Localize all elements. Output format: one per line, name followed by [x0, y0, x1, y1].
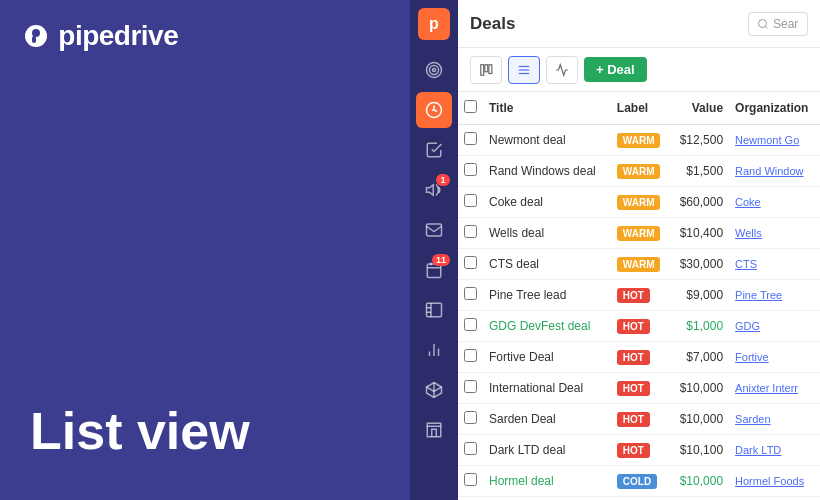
deal-label-cell: HOT: [611, 280, 670, 311]
deal-title-cell: Rand Windows deal: [483, 156, 611, 187]
deal-value-cell: $30,000: [670, 249, 729, 280]
deal-label-badge: WARM: [617, 164, 661, 179]
main-content: Deals Sear + Deal: [458, 0, 820, 500]
row-checkbox-cell: [458, 435, 483, 466]
deal-title-link[interactable]: Rand Windows deal: [489, 164, 596, 178]
deal-title-cell: Dark LTD deal: [483, 435, 611, 466]
deal-label-cell: WARM: [611, 156, 670, 187]
deal-org-link[interactable]: CTS: [735, 258, 757, 270]
deal-title-link[interactable]: CTS deal: [489, 257, 539, 271]
deal-org-link[interactable]: Anixter Interr: [735, 382, 798, 394]
deal-value-cell: $1,000: [670, 311, 729, 342]
table-row: Dark LTD deal HOT $10,100 Dark LTD: [458, 435, 820, 466]
sidebar-item-target[interactable]: [416, 52, 452, 88]
sidebar-item-todo[interactable]: [416, 132, 452, 168]
row-checkbox-cell: [458, 342, 483, 373]
sidebar-item-email[interactable]: [416, 212, 452, 248]
deal-value-cell: $10,400: [670, 218, 729, 249]
sidebar-item-deals[interactable]: [416, 92, 452, 128]
deal-title-link[interactable]: International Deal: [489, 381, 583, 395]
add-deal-button[interactable]: + Deal: [584, 57, 647, 82]
svg-point-19: [759, 19, 767, 27]
svg-point-5: [433, 69, 436, 72]
deal-label-cell: HOT: [611, 404, 670, 435]
row-checkbox[interactable]: [464, 256, 477, 269]
deal-label-cell: WARM: [611, 187, 670, 218]
deal-org-cell: CTS: [729, 249, 820, 280]
deal-title-link[interactable]: Hormel deal: [489, 474, 554, 488]
deal-value-cell: $60,000: [670, 187, 729, 218]
deal-org-link[interactable]: Pine Tree: [735, 289, 782, 301]
sidebar-logo[interactable]: p: [418, 8, 450, 40]
forecast-view-btn[interactable]: [546, 56, 578, 84]
deal-org-link[interactable]: Fortive: [735, 351, 769, 363]
row-checkbox[interactable]: [464, 318, 477, 331]
row-checkbox-cell: [458, 156, 483, 187]
deal-title-link[interactable]: Dark LTD deal: [489, 443, 565, 457]
deal-org-link[interactable]: Rand Window: [735, 165, 803, 177]
deal-label-cell: HOT: [611, 373, 670, 404]
row-checkbox-cell: [458, 311, 483, 342]
deal-label-cell: WARM: [611, 125, 670, 156]
row-checkbox[interactable]: [464, 287, 477, 300]
deal-org-link[interactable]: Coke: [735, 196, 761, 208]
header-org-col[interactable]: Organization: [729, 92, 820, 125]
deal-title-link[interactable]: Coke deal: [489, 195, 543, 209]
deal-org-cell: Coke: [729, 187, 820, 218]
row-checkbox[interactable]: [464, 163, 477, 176]
row-checkbox[interactable]: [464, 349, 477, 362]
sidebar-item-calendar[interactable]: 11: [416, 252, 452, 288]
sidebar-item-box[interactable]: [416, 372, 452, 408]
deal-title-link[interactable]: GDG DevFest deal: [489, 319, 590, 333]
page-title: Deals: [470, 14, 740, 34]
header-title-col[interactable]: Title: [483, 92, 611, 125]
select-all-checkbox[interactable]: [464, 100, 477, 113]
search-box[interactable]: Sear: [748, 12, 808, 36]
deal-org-link[interactable]: GDG: [735, 320, 760, 332]
row-checkbox-cell: [458, 466, 483, 497]
deal-value-cell: $10,000: [670, 404, 729, 435]
sidebar-item-megaphone[interactable]: 1: [416, 172, 452, 208]
deal-label-badge: WARM: [617, 257, 661, 272]
deal-org-cell: Fortive: [729, 342, 820, 373]
deal-value-cell: $10,000: [670, 466, 729, 497]
deal-title-link[interactable]: Sarden Deal: [489, 412, 556, 426]
deal-value-cell: $10,000: [670, 373, 729, 404]
deal-label-badge: HOT: [617, 288, 650, 303]
deal-title-link[interactable]: Fortive Deal: [489, 350, 554, 364]
row-checkbox[interactable]: [464, 442, 477, 455]
row-checkbox[interactable]: [464, 132, 477, 145]
list-view-btn[interactable]: [508, 56, 540, 84]
deal-label-badge: HOT: [617, 443, 650, 458]
table-header-row: Title Label Value Organization: [458, 92, 820, 125]
header-value-col[interactable]: Value: [670, 92, 729, 125]
deal-org-link[interactable]: Dark LTD: [735, 444, 781, 456]
row-checkbox[interactable]: [464, 473, 477, 486]
deal-org-link[interactable]: Sarden: [735, 413, 770, 425]
deal-value-cell: $7,000: [670, 342, 729, 373]
deal-org-link[interactable]: Wells: [735, 227, 762, 239]
deal-org-cell: Anixter Interr: [729, 373, 820, 404]
row-checkbox[interactable]: [464, 380, 477, 393]
pipeline-view-btn[interactable]: [470, 56, 502, 84]
row-checkbox[interactable]: [464, 225, 477, 238]
deal-title-link[interactable]: Wells deal: [489, 226, 544, 240]
deal-title-cell: Wells deal: [483, 218, 611, 249]
row-checkbox[interactable]: [464, 194, 477, 207]
sidebar-item-contacts[interactable]: [416, 292, 452, 328]
deal-org-cell: Pine Tree: [729, 280, 820, 311]
row-checkbox[interactable]: [464, 411, 477, 424]
svg-rect-21: [481, 64, 484, 75]
deal-title-link[interactable]: Newmont deal: [489, 133, 566, 147]
search-placeholder: Sear: [773, 17, 798, 31]
svg-rect-2: [32, 36, 36, 43]
deal-org-link[interactable]: Newmont Go: [735, 134, 799, 146]
svg-point-1: [32, 29, 40, 37]
deal-org-link[interactable]: Hormel Foods: [735, 475, 804, 487]
sidebar-item-store[interactable]: [416, 412, 452, 448]
deal-org-cell: Rand Window: [729, 156, 820, 187]
sidebar-item-chart[interactable]: [416, 332, 452, 368]
header-label-col[interactable]: Label: [611, 92, 670, 125]
deal-title-link[interactable]: Pine Tree lead: [489, 288, 566, 302]
deal-value-cell: $9,000: [670, 280, 729, 311]
